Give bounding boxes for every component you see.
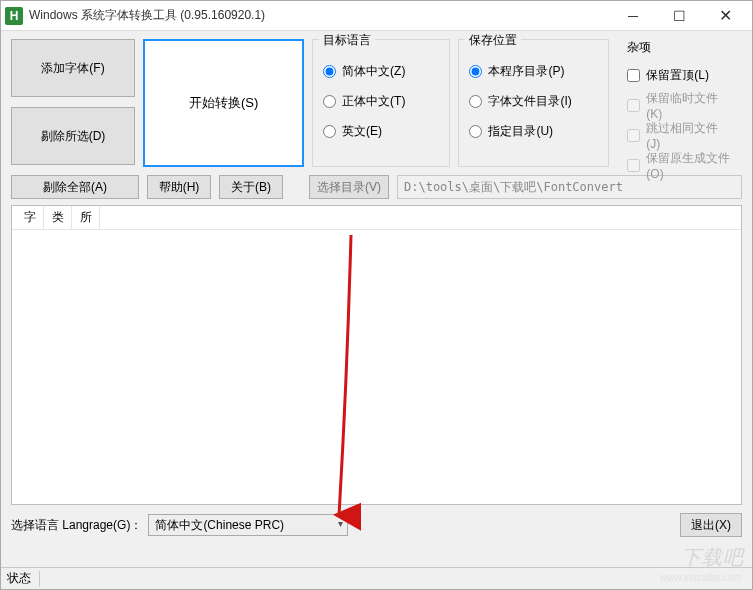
maximize-button[interactable]: ☐ xyxy=(656,1,702,31)
misc-group: 杂项 保留置顶(L) 保留临时文件(K) 跳过相同文件(J) 保留原生成文件(O… xyxy=(617,39,742,167)
group-title: 保存位置 xyxy=(465,32,521,49)
language-selected: 简体中文(Chinese PRC) xyxy=(155,517,284,534)
check-label: 保留原生成文件(O) xyxy=(646,150,732,181)
checkbox-input[interactable] xyxy=(627,69,640,82)
status-label: 状态 xyxy=(7,570,31,587)
radio-label: 指定目录(U) xyxy=(488,123,553,140)
minimize-button[interactable]: ─ xyxy=(610,1,656,31)
save-location-group: 保存位置 本程序目录(P) 字体文件目录(I) 指定目录(U) xyxy=(458,39,609,167)
check-skip-same: 跳过相同文件(J) xyxy=(627,120,732,150)
checkbox-input xyxy=(627,99,640,112)
col-header[interactable]: 字 xyxy=(16,206,44,229)
remove-selected-button[interactable]: 剔除所选(D) xyxy=(11,107,135,165)
col-header[interactable]: 类 xyxy=(44,206,72,229)
radio-custom-dir[interactable]: 指定目录(U) xyxy=(469,116,598,146)
radio-font-dir[interactable]: 字体文件目录(I) xyxy=(469,86,598,116)
radio-input[interactable] xyxy=(323,125,336,138)
radio-label: 本程序目录(P) xyxy=(488,63,564,80)
help-button[interactable]: 帮助(H) xyxy=(147,175,211,199)
about-button[interactable]: 关于(B) xyxy=(219,175,283,199)
chevron-down-icon: ▾ xyxy=(338,518,343,529)
radio-label: 英文(E) xyxy=(342,123,382,140)
radio-label: 简体中文(Z) xyxy=(342,63,405,80)
check-keep-top[interactable]: 保留置顶(L) xyxy=(627,60,732,90)
status-bar: 状态 xyxy=(1,567,752,589)
check-keep-temp: 保留临时文件(K) xyxy=(627,90,732,120)
language-label: 选择语言 Langrage(G)： xyxy=(11,517,142,534)
radio-input[interactable] xyxy=(469,95,482,108)
close-button[interactable]: ✕ xyxy=(702,1,748,31)
radio-input[interactable] xyxy=(469,125,482,138)
check-label: 跳过相同文件(J) xyxy=(646,120,732,151)
font-list[interactable]: 字 类 所 xyxy=(11,205,742,505)
start-convert-button[interactable]: 开始转换(S) xyxy=(143,39,304,167)
check-label: 保留置顶(L) xyxy=(646,67,709,84)
language-select[interactable]: 简体中文(Chinese PRC) ▾ xyxy=(148,514,348,536)
group-title: 目标语言 xyxy=(319,32,375,49)
radio-label: 正体中文(T) xyxy=(342,93,405,110)
checkbox-input xyxy=(627,159,640,172)
exit-button[interactable]: 退出(X) xyxy=(680,513,742,537)
radio-input[interactable] xyxy=(323,65,336,78)
select-dir-button[interactable]: 选择目录(V) xyxy=(309,175,389,199)
radio-input[interactable] xyxy=(323,95,336,108)
col-header[interactable]: 所 xyxy=(72,206,100,229)
check-label: 保留临时文件(K) xyxy=(646,90,732,121)
group-title: 杂项 xyxy=(627,39,732,56)
remove-all-button[interactable]: 剔除全部(A) xyxy=(11,175,139,199)
target-language-group: 目标语言 简体中文(Z) 正体中文(T) 英文(E) xyxy=(312,39,450,167)
radio-traditional[interactable]: 正体中文(T) xyxy=(323,86,439,116)
radio-program-dir[interactable]: 本程序目录(P) xyxy=(469,56,598,86)
radio-label: 字体文件目录(I) xyxy=(488,93,571,110)
add-font-button[interactable]: 添加字体(F) xyxy=(11,39,135,97)
radio-input[interactable] xyxy=(469,65,482,78)
app-icon: H xyxy=(5,7,23,25)
checkbox-input xyxy=(627,129,640,142)
radio-simplified[interactable]: 简体中文(Z) xyxy=(323,56,439,86)
check-keep-gen: 保留原生成文件(O) xyxy=(627,150,732,180)
window-title: Windows 系统字体转换工具 (0.95.160920.1) xyxy=(29,7,265,24)
radio-english[interactable]: 英文(E) xyxy=(323,116,439,146)
